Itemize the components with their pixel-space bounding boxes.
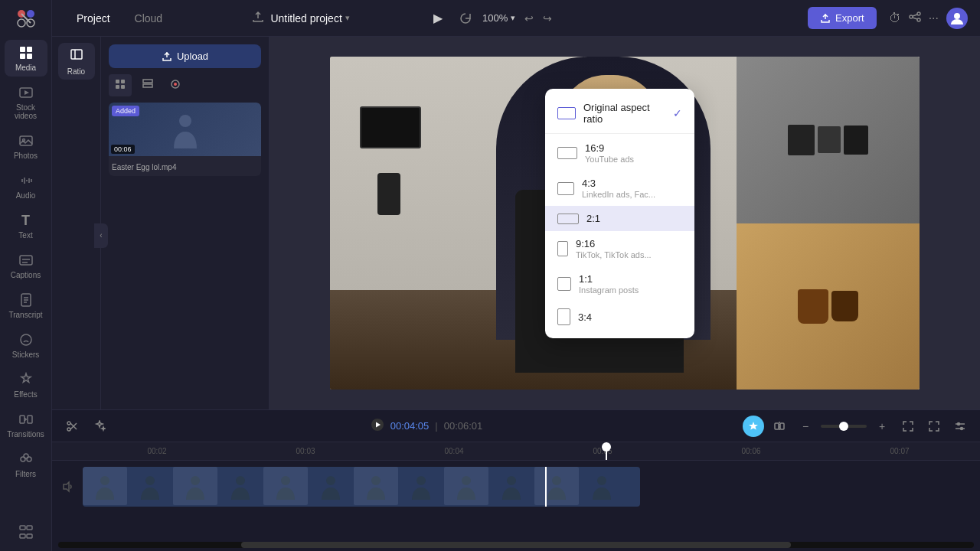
play-button[interactable]: ▶ [427, 8, 449, 29]
tab-project[interactable]: Project [64, 8, 122, 29]
cut-button[interactable] [61, 416, 83, 437]
scrollbar-thumb[interactable] [241, 542, 791, 548]
magic-button[interactable] [89, 416, 110, 437]
sidebar-item-settings[interactable] [5, 519, 47, 545]
media-panel: Upload Added 00:0 [101, 37, 270, 409]
timeline-ruler: 00:02 00:03 00:04 00:05 00:06 00:07 [52, 442, 980, 461]
film-frame-11 [534, 467, 579, 505]
project-name[interactable]: Untitled project ▾ [270, 12, 349, 24]
svg-point-69 [462, 476, 471, 485]
sidebar-item-transcript[interactable]: Transcript [5, 287, 47, 324]
zoom-out-button[interactable]: − [795, 416, 816, 437]
svg-rect-28 [20, 534, 25, 538]
aspect-ratio-item-2-1[interactable]: 2:1 [545, 206, 694, 231]
text-icon: T [18, 212, 34, 229]
video-track[interactable] [83, 467, 640, 507]
aspect-ratio-icon-9-16 [557, 241, 568, 256]
ruler-mark-3: 00:04 [380, 447, 528, 455]
options-button[interactable] [949, 416, 971, 437]
timeline-scrollbar[interactable] [58, 542, 974, 548]
aspect-ratio-item-1-1[interactable]: 1:1 Instagram posts [545, 266, 694, 302]
svg-marker-10 [24, 90, 29, 95]
sidebar-item-audio[interactable]: Audio [5, 168, 47, 204]
sidebar-item-label-filters: Filters [15, 470, 36, 478]
sidebar-item-stickers[interactable]: Stickers [5, 327, 47, 364]
refresh-button[interactable] [455, 8, 476, 29]
zoom-in-button[interactable]: + [871, 416, 893, 437]
sidebar-item-stock[interactable]: Stock videos [5, 80, 47, 125]
video-track-content [83, 467, 974, 507]
timeline-play-button[interactable] [371, 418, 384, 434]
zoom-level-text: 100% [482, 12, 508, 24]
media-item[interactable]: Added 00:06 Easter Egg lol.mp4 [109, 103, 261, 176]
timeline-toolbar: 00:04:05 | 00:06:01 − + [52, 410, 980, 442]
svg-point-45 [174, 83, 177, 86]
redo-button[interactable]: ↪ [540, 9, 555, 28]
export-button[interactable]: Export [808, 7, 877, 29]
chevron-down-icon: ▾ [345, 13, 350, 23]
record-button[interactable] [164, 74, 187, 96]
aspect-ratio-icon-1-1 [557, 277, 571, 291]
list-view-button[interactable] [136, 74, 159, 96]
share-icon[interactable] [909, 11, 921, 26]
zoom-control[interactable]: 100% ▾ [482, 12, 515, 24]
export-label: Export [835, 12, 864, 24]
split-button[interactable] [769, 416, 790, 437]
topbar-right: ⏱ ··· [889, 8, 968, 29]
ai-assist-button[interactable] [743, 416, 764, 437]
zoom-slider-handle[interactable] [839, 422, 848, 431]
filters-icon [18, 451, 34, 468]
svg-rect-6 [27, 47, 32, 52]
aspect-ratio-item-9-16[interactable]: 9:16 TikTok, TikTok ads... [545, 231, 694, 266]
upload-button[interactable]: Upload [109, 44, 261, 68]
svg-rect-7 [20, 54, 25, 59]
svg-rect-11 [20, 136, 32, 145]
app-logo[interactable] [14, 6, 38, 31]
user-avatar[interactable] [946, 8, 968, 29]
svg-point-68 [416, 476, 426, 485]
sidebar-item-filters[interactable]: Filters [5, 446, 47, 483]
svg-point-64 [236, 476, 245, 485]
sidebar-item-photos[interactable]: Photos [5, 128, 47, 165]
aspect-ratio-item-3-4[interactable]: 3:4 [545, 302, 694, 332]
undo-button[interactable]: ↩ [521, 9, 537, 28]
more-icon[interactable]: ··· [929, 11, 939, 25]
ratio-tool-button[interactable]: Ratio [58, 43, 95, 80]
captions-icon [18, 252, 34, 269]
upload-icon [252, 11, 264, 26]
upload-label: Upload [177, 51, 208, 62]
film-frame-5 [263, 467, 308, 505]
fullscreen-button[interactable] [923, 416, 945, 437]
ratio-tool-label: Ratio [67, 67, 85, 76]
sidebar-item-text[interactable]: T Text [5, 207, 47, 244]
ruler-mark-1: 00:02 [83, 447, 231, 455]
svg-rect-21 [20, 416, 24, 423]
sidebar-item-media[interactable]: Media [5, 40, 47, 77]
added-badge: Added [112, 106, 139, 116]
sidebar-item-transitions[interactable]: Transitions [5, 406, 47, 443]
aspect-ratio-item-4-3[interactable]: 4:3 LinkedIn ads, Fac... [545, 171, 694, 206]
svg-rect-40 [116, 85, 119, 89]
timer-icon[interactable]: ⏱ [889, 11, 901, 25]
aspect-ratio-item-16-9[interactable]: 16:9 YouTube ads [545, 135, 694, 171]
aspect-ratio-item-original[interactable]: Original aspect ratio ✓ [545, 95, 694, 132]
tab-cloud[interactable]: Cloud [122, 8, 175, 29]
grid-view-button[interactable] [109, 74, 132, 96]
zoom-slider[interactable] [821, 425, 867, 428]
panel-collapse-button[interactable]: ‹ [94, 223, 108, 248]
aspect-ratio-name-4-3: 4:3 [582, 178, 655, 189]
track-volume-control[interactable] [58, 481, 77, 493]
svg-rect-13 [20, 256, 32, 265]
sidebar-item-label-stock: Stock videos [8, 103, 44, 120]
svg-marker-60 [64, 482, 69, 491]
fit-button[interactable] [897, 416, 919, 437]
sidebar-item-captions[interactable]: Captions [5, 247, 47, 284]
aspect-ratio-name-2-1: 2:1 [586, 213, 600, 224]
aspect-ratio-name-3-4: 3:4 [578, 311, 592, 323]
aspect-ratio-name-16-9: 16:9 [585, 142, 634, 154]
svg-rect-8 [27, 54, 32, 59]
settings-icon [18, 523, 34, 540]
sidebar-item-effects[interactable]: Effects [5, 367, 47, 403]
svg-point-3 [18, 19, 25, 27]
effects-icon [18, 371, 34, 388]
